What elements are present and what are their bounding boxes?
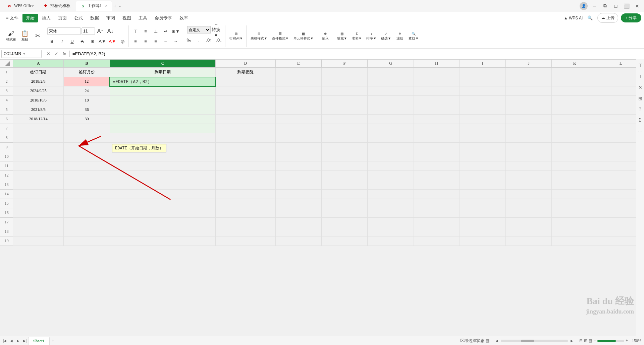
- cell-d2[interactable]: [216, 77, 275, 86]
- cell-h6[interactable]: [414, 115, 460, 124]
- cell-i3[interactable]: [460, 86, 505, 96]
- name-box[interactable]: COLUMN ▼: [1, 50, 42, 58]
- cell-i4[interactable]: [460, 96, 505, 105]
- wps-ai-button[interactable]: ▲ WPS AI: [564, 16, 583, 20]
- cell-e5[interactable]: [275, 105, 321, 115]
- cell-d4[interactable]: [216, 96, 275, 105]
- insert-function-button[interactable]: fx: [61, 50, 68, 58]
- formula-input[interactable]: [71, 50, 643, 58]
- cell-f3[interactable]: [322, 86, 368, 96]
- fill-btn[interactable]: ▤ 填充▼: [335, 27, 349, 46]
- cell-b2[interactable]: 12: [64, 77, 110, 86]
- cell-c1[interactable]: 到期日期: [110, 68, 216, 77]
- cell-f2[interactable]: [322, 77, 368, 86]
- tab-workbook[interactable]: S 工作簿1 ✕: [76, 1, 112, 11]
- wrap-text-btn[interactable]: ↵: [161, 27, 170, 36]
- sidebar-icon-3[interactable]: ✕: [637, 83, 644, 92]
- col-header-j[interactable]: J: [506, 60, 552, 68]
- cell-j3[interactable]: [506, 86, 552, 96]
- scroll-right-btn[interactable]: ▶: [569, 338, 575, 344]
- col-header-i[interactable]: I: [460, 60, 505, 68]
- bold-button[interactable]: B: [47, 37, 57, 46]
- cell-k5[interactable]: [552, 105, 598, 115]
- col-header-b[interactable]: B: [64, 60, 110, 68]
- view-normal-icon[interactable]: ⊟: [579, 338, 583, 343]
- name-box-dropdown[interactable]: ▼: [22, 52, 26, 56]
- cell-b4[interactable]: 18: [64, 96, 110, 105]
- fill-color-button[interactable]: A▼: [98, 37, 107, 46]
- cell-g5[interactable]: [368, 105, 414, 115]
- align-center-btn[interactable]: ≡: [141, 37, 150, 46]
- conditional-format-btn[interactable]: ☰ 条件格式▼: [270, 27, 291, 46]
- tab-template[interactable]: ❖ 找稻壳模板: [39, 1, 74, 11]
- cloud-save-button[interactable]: ☁ 上传: [597, 13, 618, 23]
- decrease-indent-btn[interactable]: ←: [161, 37, 170, 46]
- paste-btn[interactable]: 📋 粘贴: [19, 27, 31, 46]
- cell-d5[interactable]: [216, 105, 275, 115]
- col-header-d[interactable]: D: [216, 60, 275, 68]
- cell-a7[interactable]: [13, 124, 64, 133]
- next-sheet-btn[interactable]: ▶: [15, 338, 21, 344]
- cell-i2[interactable]: [460, 77, 505, 86]
- cell-c3[interactable]: [110, 86, 216, 96]
- rowcol-btn[interactable]: ⊞ 行和列▼: [227, 27, 245, 46]
- font-size-input[interactable]: [82, 27, 95, 35]
- cell-g4[interactable]: [368, 96, 414, 105]
- cell-c2[interactable]: =EDATE（A2，B2）: [110, 77, 216, 86]
- cell-a4[interactable]: 2018/10/6: [13, 96, 64, 105]
- cell-j2[interactable]: [506, 77, 552, 86]
- cell-k6[interactable]: [552, 115, 598, 124]
- menu-efficiency[interactable]: 效率: [176, 14, 192, 22]
- font-color-button[interactable]: A▼: [108, 37, 117, 46]
- font-name-input[interactable]: [47, 27, 81, 35]
- cell-b1[interactable]: 签订月份: [64, 68, 110, 77]
- cell-g1[interactable]: [368, 68, 414, 77]
- decimal-dec-btn[interactable]: .0↓: [214, 36, 224, 44]
- cell-h2[interactable]: [414, 77, 460, 86]
- cell-d1[interactable]: 到期提醒: [216, 68, 275, 77]
- underline-button[interactable]: U: [67, 37, 77, 46]
- fullscreen-button[interactable]: □: [612, 2, 620, 10]
- view-preview-icon[interactable]: ▦: [589, 338, 592, 343]
- zoom-slider[interactable]: [597, 340, 624, 342]
- menu-tools[interactable]: 工具: [135, 14, 151, 22]
- zoom-in-icon[interactable]: +: [626, 338, 628, 343]
- confirm-btn[interactable]: ✓ 确选▼: [379, 27, 393, 46]
- align-left-btn[interactable]: ≡: [131, 37, 140, 46]
- cell-i1[interactable]: [460, 68, 505, 77]
- align-bottom-btn[interactable]: ⊥: [151, 27, 160, 36]
- font-size-decrease[interactable]: A↓: [106, 27, 115, 36]
- cell-k4[interactable]: [552, 96, 598, 105]
- last-sheet-btn[interactable]: ▶|: [21, 338, 28, 344]
- cell-c6[interactable]: [110, 115, 216, 124]
- first-sheet-btn[interactable]: |◀: [1, 338, 8, 344]
- cell-j5[interactable]: [506, 105, 552, 115]
- cell-b5[interactable]: 36: [64, 105, 110, 115]
- cell-h5[interactable]: [414, 105, 460, 115]
- cell-d3[interactable]: [216, 86, 275, 96]
- maximize-button[interactable]: ⬜: [623, 2, 631, 10]
- cell-i5[interactable]: [460, 105, 505, 115]
- sidebar-icon-6[interactable]: Σ: [637, 116, 643, 124]
- cut-btn[interactable]: ✂: [32, 27, 44, 46]
- sidebar-icon-2[interactable]: ⊥: [637, 72, 644, 81]
- cell-f6[interactable]: [322, 115, 368, 124]
- view-page-icon[interactable]: ⊞: [584, 338, 587, 343]
- cell-k1[interactable]: [552, 68, 598, 77]
- menu-insert[interactable]: 插入: [39, 14, 54, 22]
- cell-b6[interactable]: 30: [64, 115, 110, 124]
- menu-vip[interactable]: 会员专享: [151, 14, 175, 22]
- sidebar-icon-7[interactable]: …: [637, 127, 644, 135]
- confirm-formula-button[interactable]: ✓: [53, 50, 60, 58]
- col-header-h[interactable]: H: [414, 60, 460, 68]
- merge-btn[interactable]: ⊞▼: [171, 27, 180, 36]
- close-button[interactable]: ✕: [633, 2, 641, 10]
- col-header-e[interactable]: E: [275, 60, 321, 68]
- cell-g3[interactable]: [368, 86, 414, 96]
- cell-f5[interactable]: [322, 105, 368, 115]
- add-sheet-button[interactable]: +: [50, 338, 56, 344]
- prev-sheet-btn[interactable]: ◀: [8, 338, 15, 344]
- align-top-btn[interactable]: ⊤: [131, 27, 140, 36]
- increase-indent-btn[interactable]: →: [171, 37, 180, 46]
- italic-button[interactable]: I: [57, 37, 67, 46]
